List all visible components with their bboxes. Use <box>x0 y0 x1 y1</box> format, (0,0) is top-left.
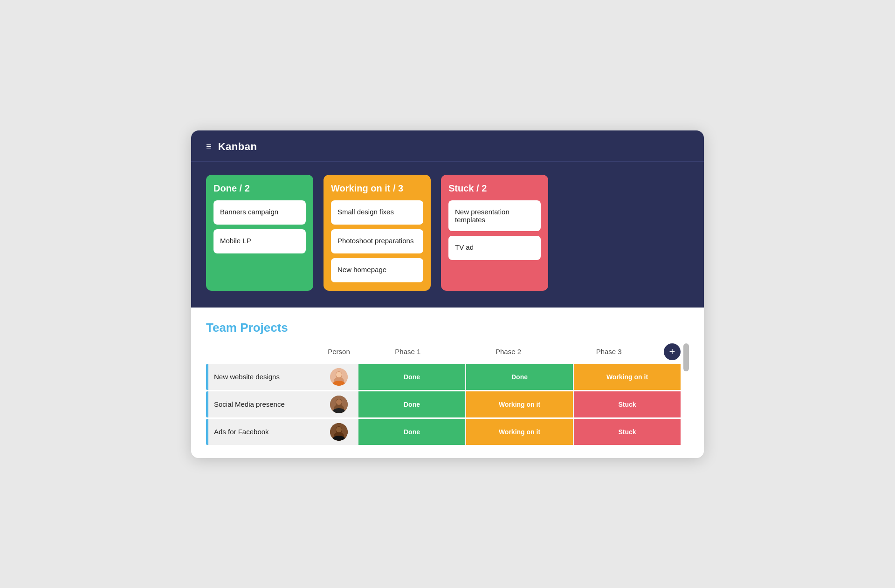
svg-point-8 <box>336 399 342 405</box>
hamburger-icon[interactable]: ≡ <box>206 141 212 152</box>
project-name-cell: Social Media presence <box>208 391 320 417</box>
add-column-button[interactable]: + <box>664 343 681 360</box>
svg-point-3 <box>336 372 342 377</box>
project-name-text: Social Media presence <box>208 400 285 408</box>
avatar <box>330 423 348 441</box>
phase-1-cell[interactable]: Done <box>358 419 465 445</box>
kanban-card-working-1[interactable]: Photoshoot preparations <box>331 229 423 253</box>
kanban-card-done-1[interactable]: Mobile LP <box>213 229 306 253</box>
project-name-cell: Ads for Facebook <box>208 419 320 445</box>
col-header-phase3: Phase 3 <box>558 348 659 356</box>
project-name-text: Ads for Facebook <box>208 428 269 436</box>
table-area-wrapper: Person Phase 1 Phase 2 Phase 3 + New web… <box>206 343 689 445</box>
phase-1-cell[interactable]: Done <box>358 391 465 417</box>
app-header: ≡ Kanban <box>191 130 704 162</box>
kanban-column-done: Done / 2Banners campaignMobile LP <box>206 175 313 291</box>
person-cell <box>320 419 358 445</box>
table-title: Team Projects <box>206 321 689 335</box>
kanban-card-working-2[interactable]: New homepage <box>331 258 423 282</box>
table-inner: Person Phase 1 Phase 2 Phase 3 + New web… <box>206 343 681 445</box>
kanban-card-stuck-0[interactable]: New presentation templates <box>448 200 541 231</box>
person-cell <box>320 364 358 390</box>
phase-2-cell[interactable]: Working on it <box>466 391 573 417</box>
phase-3-cell[interactable]: Working on it <box>574 364 681 390</box>
avatar <box>330 396 348 413</box>
kanban-card-stuck-1[interactable]: TV ad <box>448 236 541 260</box>
column-header-stuck: Stuck / 2 <box>448 183 541 194</box>
phase-1-cell[interactable]: Done <box>358 364 465 390</box>
table-section: Team Projects Person Phase 1 Phase 2 Pha… <box>191 308 704 458</box>
app-container: ≡ Kanban Done / 2Banners campaignMobile … <box>191 130 704 458</box>
table-row[interactable]: Social Media presence DoneWorking on itS… <box>206 391 681 417</box>
phase-2-cell[interactable]: Working on it <box>466 419 573 445</box>
table-row[interactable]: Ads for Facebook DoneWorking on itStuck <box>206 419 681 445</box>
col-header-phase2: Phase 2 <box>458 348 559 356</box>
kanban-columns: Done / 2Banners campaignMobile LPWorking… <box>206 175 689 291</box>
phase-3-cell[interactable]: Stuck <box>574 391 681 417</box>
person-cell <box>320 391 358 417</box>
kanban-column-stuck: Stuck / 2New presentation templatesTV ad <box>441 175 548 291</box>
project-name-cell: New website designs <box>208 364 320 390</box>
kanban-column-working: Working on it / 3Small design fixesPhoto… <box>324 175 431 291</box>
svg-point-13 <box>336 427 342 432</box>
col-header-person: Person <box>320 348 358 356</box>
kanban-card-working-0[interactable]: Small design fixes <box>331 200 423 225</box>
avatar <box>330 368 348 386</box>
project-name-text: New website designs <box>208 373 280 381</box>
app-title: Kanban <box>218 141 257 153</box>
phase-2-cell[interactable]: Done <box>466 364 573 390</box>
phase-3-cell[interactable]: Stuck <box>574 419 681 445</box>
scrollbar-thumb <box>683 343 689 371</box>
table-rows-wrapper: New website designs DoneDoneWorking on i… <box>206 364 681 445</box>
column-header-working: Working on it / 3 <box>331 183 423 194</box>
table-row[interactable]: New website designs DoneDoneWorking on i… <box>206 364 681 390</box>
column-header-done: Done / 2 <box>213 183 306 194</box>
kanban-section: Done / 2Banners campaignMobile LPWorking… <box>191 162 704 308</box>
col-header-phase1: Phase 1 <box>358 348 458 356</box>
table-header-row: Person Phase 1 Phase 2 Phase 3 + <box>206 343 681 360</box>
kanban-card-done-0[interactable]: Banners campaign <box>213 200 306 225</box>
